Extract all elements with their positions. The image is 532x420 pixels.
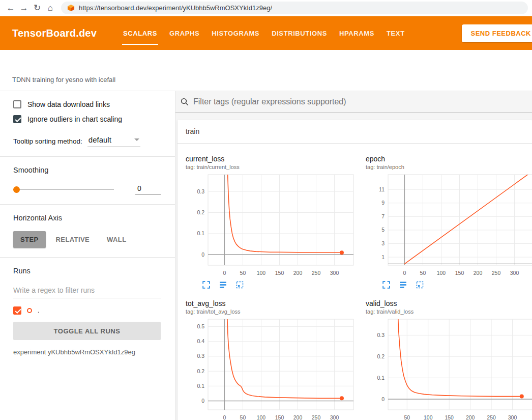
svg-text:150: 150 bbox=[275, 270, 284, 276]
ignore-outliers-checkbox[interactable] bbox=[13, 115, 21, 123]
smoothing-slider[interactable] bbox=[13, 186, 114, 193]
send-feedback-button[interactable]: SEND FEEDBACK bbox=[462, 24, 532, 42]
tab-scalars[interactable]: SCALARS bbox=[117, 16, 163, 50]
svg-text:200: 200 bbox=[474, 270, 483, 276]
smoothing-value-field[interactable]: 0 bbox=[135, 183, 161, 195]
browser-toolbar: ← → ↻ ⌂ https://tensorboard.dev/experime… bbox=[0, 0, 532, 16]
content: Show data download links Ignore outliers… bbox=[0, 91, 532, 420]
tooltip-sorting-label: Tooltip sorting method: bbox=[13, 137, 82, 147]
chart-canvas[interactable]: 5010015020025030000.10.20.3 bbox=[365, 316, 532, 420]
tab-graphs[interactable]: GRAPHS bbox=[163, 16, 205, 50]
svg-text:250: 250 bbox=[312, 270, 321, 276]
svg-text:9: 9 bbox=[381, 200, 385, 206]
svg-text:0.5: 0.5 bbox=[197, 323, 204, 329]
forward-icon[interactable]: → bbox=[17, 2, 31, 15]
fit-domain-icon[interactable] bbox=[416, 281, 424, 289]
run-checkbox[interactable] bbox=[13, 306, 21, 315]
svg-text:50: 50 bbox=[240, 414, 246, 420]
svg-text:300: 300 bbox=[330, 270, 339, 276]
show-download-links-checkbox[interactable] bbox=[13, 100, 21, 108]
chart-card-current-loss: current_loss tag: train/current_loss 050… bbox=[185, 150, 360, 294]
app-header: TensorBoard.dev SCALARS GRAPHS HISTOGRAM… bbox=[0, 16, 532, 50]
url-text[interactable]: https://tensorboard.dev/experiment/yKUbh… bbox=[79, 4, 272, 12]
chart-tag: tag: train/epoch bbox=[366, 164, 532, 170]
svg-text:200: 200 bbox=[293, 414, 303, 420]
svg-text:0: 0 bbox=[201, 251, 204, 258]
chart-canvas[interactable]: 0501001502002503001357911 bbox=[365, 172, 532, 278]
expand-chart-icon[interactable] bbox=[382, 281, 391, 289]
tooltip-sorting-dropdown[interactable]: default bbox=[87, 134, 140, 147]
search-icon bbox=[180, 97, 189, 106]
run-row[interactable]: . bbox=[13, 306, 161, 315]
svg-text:50: 50 bbox=[420, 270, 426, 276]
horizontal-axis-section: Horizontal Axis STEP RELATIVE WALL bbox=[0, 205, 175, 257]
svg-text:0.1: 0.1 bbox=[197, 230, 204, 236]
charts-grid: current_loss tag: train/current_loss 050… bbox=[178, 144, 532, 420]
address-bar[interactable]: https://tensorboard.dev/experiment/yKUbh… bbox=[61, 2, 528, 14]
data-rows-icon[interactable] bbox=[219, 281, 227, 289]
general-settings-section: Show data download links Ignore outliers… bbox=[0, 91, 175, 156]
tab-text[interactable]: TEXT bbox=[380, 16, 411, 50]
runs-filter-input[interactable] bbox=[13, 284, 161, 298]
svg-text:200: 200 bbox=[293, 270, 303, 276]
section-title[interactable]: train bbox=[178, 120, 532, 144]
app-title: TensorBoard.dev bbox=[12, 27, 97, 39]
smoothing-label: Smoothing bbox=[13, 166, 161, 174]
svg-text:0.2: 0.2 bbox=[197, 368, 204, 374]
axis-step-button[interactable]: STEP bbox=[13, 231, 46, 248]
reload-icon[interactable]: ↻ bbox=[31, 2, 44, 15]
tag-filter-input[interactable] bbox=[193, 97, 532, 106]
chart-canvas[interactable]: 05010015020025030000.10.20.30.40.5 bbox=[185, 316, 358, 420]
svg-text:300: 300 bbox=[330, 414, 339, 420]
data-rows-icon[interactable] bbox=[399, 281, 407, 289]
slider-thumb[interactable] bbox=[13, 186, 20, 193]
chevron-down-icon bbox=[134, 138, 139, 141]
ignore-outliers-row[interactable]: Ignore outliers in chart scaling bbox=[13, 115, 161, 123]
svg-text:0.3: 0.3 bbox=[197, 353, 204, 359]
chart-canvas[interactable]: 05010015020025030000.10.20.3 bbox=[185, 172, 358, 278]
svg-text:11: 11 bbox=[379, 186, 385, 192]
chart-card-valid-loss: valid_loss tag: train/valid_loss 5010015… bbox=[365, 294, 532, 420]
axis-wall-button[interactable]: WALL bbox=[100, 231, 133, 248]
experiment-title: TDNN training for yesno with icefall bbox=[12, 76, 115, 83]
scalars-panel: train current_loss tag: train/current_lo… bbox=[175, 91, 532, 420]
expand-chart-icon[interactable] bbox=[202, 281, 211, 289]
svg-text:5: 5 bbox=[381, 227, 385, 233]
svg-text:0: 0 bbox=[403, 270, 406, 276]
axis-relative-button[interactable]: RELATIVE bbox=[49, 231, 97, 248]
runs-section: Runs . TOGGLE ALL RUNS experiment yKUbhb… bbox=[0, 258, 175, 365]
svg-text:150: 150 bbox=[445, 414, 454, 420]
smoothing-row: 0 bbox=[13, 183, 161, 195]
train-section-card: train current_loss tag: train/current_lo… bbox=[178, 120, 532, 420]
home-icon[interactable]: ⌂ bbox=[44, 2, 57, 15]
main-nav: SCALARS GRAPHS HISTOGRAMS DISTRIBUTIONS … bbox=[117, 16, 411, 50]
svg-text:0.2: 0.2 bbox=[377, 353, 385, 359]
svg-text:50: 50 bbox=[240, 270, 246, 276]
chart-tag: tag: train/current_loss bbox=[186, 164, 360, 170]
experiment-id-label: experiment yKUbhb5wRmOSXYkId1z9eg bbox=[13, 348, 161, 356]
ignore-outliers-label: Ignore outliers in chart scaling bbox=[27, 115, 122, 123]
tag-filter-row bbox=[175, 91, 532, 113]
svg-text:0: 0 bbox=[201, 398, 204, 404]
run-name: . bbox=[38, 307, 39, 314]
svg-text:250: 250 bbox=[312, 414, 321, 420]
fit-domain-icon[interactable] bbox=[235, 281, 244, 289]
chart-card-tot-avg-loss: tot_avg_loss tag: train/tot_avg_loss 050… bbox=[185, 294, 360, 420]
chart-tag: tag: train/valid_loss bbox=[366, 309, 532, 315]
run-color-swatch-icon bbox=[27, 308, 32, 313]
back-icon[interactable]: ← bbox=[4, 2, 17, 15]
chart-card-epoch: epoch tag: train/epoch 05010015020025030… bbox=[365, 150, 532, 294]
toggle-all-runs-button[interactable]: TOGGLE ALL RUNS bbox=[13, 322, 161, 340]
tab-histograms[interactable]: HISTOGRAMS bbox=[205, 16, 265, 50]
svg-text:100: 100 bbox=[257, 270, 266, 276]
svg-text:150: 150 bbox=[455, 270, 464, 276]
svg-text:0.1: 0.1 bbox=[377, 375, 385, 381]
axis-button-group: STEP RELATIVE WALL bbox=[13, 231, 161, 248]
tab-hparams[interactable]: HPARAMS bbox=[333, 16, 380, 50]
svg-text:100: 100 bbox=[257, 414, 266, 420]
show-download-links-row[interactable]: Show data download links bbox=[13, 100, 161, 108]
tensorboard-favicon bbox=[67, 4, 75, 12]
tab-distributions[interactable]: DISTRIBUTIONS bbox=[265, 16, 333, 50]
svg-text:200: 200 bbox=[466, 414, 475, 420]
svg-text:300: 300 bbox=[508, 414, 517, 420]
